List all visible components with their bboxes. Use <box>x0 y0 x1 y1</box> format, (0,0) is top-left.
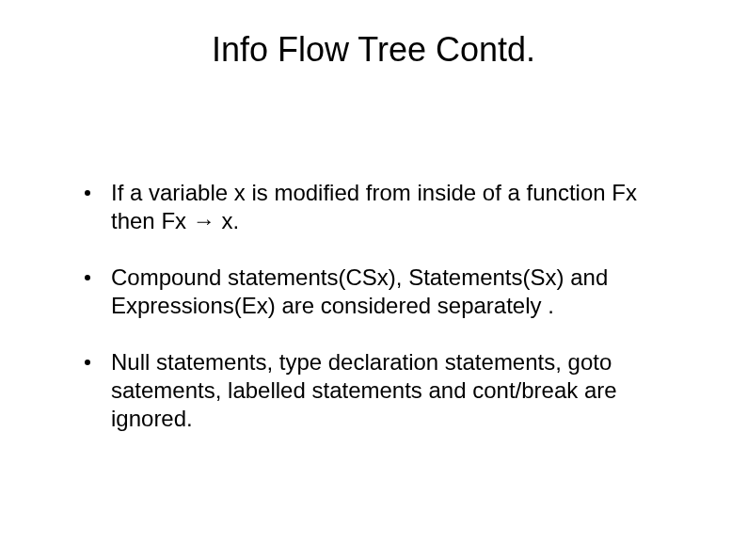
bullet-text: Compound statements(CSx), Statements(Sx)… <box>111 264 608 318</box>
bullet-list: If a variable x is modified from inside … <box>85 179 681 433</box>
list-item: Compound statements(CSx), Statements(Sx)… <box>85 264 681 320</box>
slide-title: Info Flow Tree Contd. <box>0 30 747 70</box>
slide-content: If a variable x is modified from inside … <box>85 179 681 461</box>
list-item: If a variable x is modified from inside … <box>85 179 681 235</box>
list-item: Null statements, type declaration statem… <box>85 348 681 433</box>
bullet-text: If a variable x is modified from inside … <box>111 180 637 233</box>
bullet-text: Null statements, type declaration statem… <box>111 349 617 431</box>
slide: Info Flow Tree Contd. If a variable x is… <box>0 0 747 560</box>
